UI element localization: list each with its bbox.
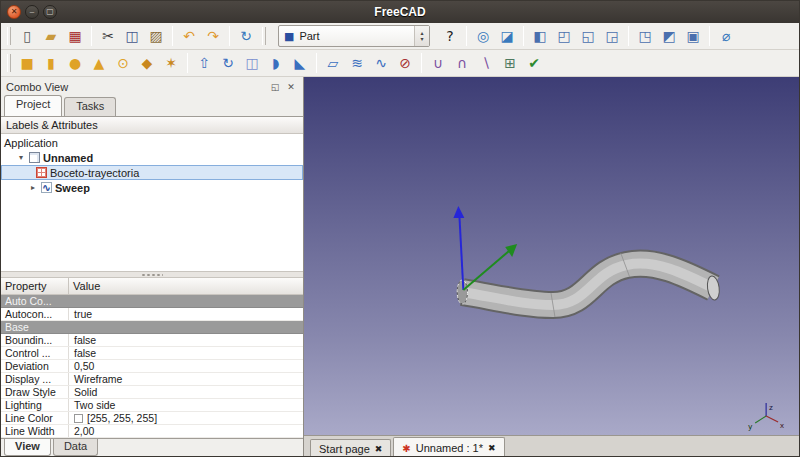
boolean-cut-button[interactable]: ∖: [474, 51, 498, 75]
boolean-union-button[interactable]: ∪: [426, 51, 450, 75]
property-row[interactable]: Control ...false: [1, 347, 303, 360]
part-box-button[interactable]: ■: [15, 51, 39, 75]
property-value[interactable]: false: [69, 347, 303, 359]
document-tab[interactable]: Start page✖: [310, 439, 391, 457]
property-row[interactable]: Draw StyleSolid: [1, 386, 303, 399]
ruled-surface-button[interactable]: ▱: [321, 51, 345, 75]
property-row[interactable]: Display ...Wireframe: [1, 373, 303, 386]
part-sphere-icon: ●: [69, 56, 81, 70]
property-row[interactable]: Line Width2,00: [1, 425, 303, 438]
extrude-button[interactable]: ⇧: [192, 51, 216, 75]
measure-distance-button[interactable]: ⌀: [714, 24, 738, 48]
property-value-text: 0,50: [74, 360, 94, 372]
property-row[interactable]: LightingTwo side: [1, 399, 303, 412]
panel-tab-data[interactable]: Data: [53, 439, 98, 456]
property-value[interactable]: false: [69, 334, 303, 346]
part-cone-button[interactable]: ▲: [87, 51, 111, 75]
tab-tasks[interactable]: Tasks: [64, 97, 116, 116]
combo-spinner[interactable]: ▴ ▾: [414, 26, 429, 46]
property-value[interactable]: Solid: [69, 386, 303, 398]
toolbar-drag-handle[interactable]: [7, 54, 11, 72]
property-row[interactable]: Boundin...false: [1, 334, 303, 347]
property-value[interactable]: Two side: [69, 399, 303, 411]
tree-item[interactable]: ▾Unnamed: [1, 150, 303, 165]
open-document-button[interactable]: ▰: [39, 24, 63, 48]
3d-view[interactable]: z y x: [304, 77, 799, 435]
chamfer-button[interactable]: ◣: [288, 51, 312, 75]
revolve-button[interactable]: ↻: [216, 51, 240, 75]
fit-all-icon: ◎: [477, 29, 489, 43]
part-cylinder-button[interactable]: ▮: [39, 51, 63, 75]
property-table-header: Property Value: [1, 278, 303, 295]
paste-button[interactable]: ▨: [144, 24, 168, 48]
float-panel-icon[interactable]: ◱: [268, 80, 282, 94]
part-sphere-button[interactable]: ●: [63, 51, 87, 75]
document-tab[interactable]: ✱Unnamed : 1*✖: [393, 437, 504, 457]
toolbar-drag-handle[interactable]: [262, 27, 266, 45]
view-bottom-button[interactable]: ◩: [657, 24, 681, 48]
property-row[interactable]: Autocon...true: [1, 308, 303, 321]
property-value[interactable]: Wireframe: [69, 373, 303, 385]
close-tab-icon[interactable]: ✖: [488, 443, 496, 453]
view-isometric-icon: ◧: [533, 29, 546, 43]
property-value[interactable]: true: [69, 308, 303, 320]
compound-button[interactable]: ⊞: [498, 51, 522, 75]
close-tab-icon[interactable]: ✖: [375, 444, 383, 454]
cut-button[interactable]: ✂: [96, 24, 120, 48]
tree-item[interactable]: Application: [1, 135, 303, 150]
save-document-button[interactable]: ▦: [63, 24, 87, 48]
property-group-row[interactable]: Base: [1, 321, 303, 334]
toolbar-separator: [187, 53, 188, 73]
view-right-button[interactable]: ◲: [600, 24, 624, 48]
property-value[interactable]: 2,00: [69, 425, 303, 437]
part-torus-button[interactable]: ⊙: [111, 51, 135, 75]
3d-scene[interactable]: z y x: [304, 77, 799, 435]
check-geometry-button[interactable]: ✔: [522, 51, 546, 75]
sweep-button[interactable]: ∿: [369, 51, 393, 75]
property-value[interactable]: [255, 255, 255]: [69, 412, 303, 424]
view-left-button[interactable]: ▣: [681, 24, 705, 48]
create-primitives-button[interactable]: ◆: [135, 51, 159, 75]
maximize-button[interactable]: ▢: [43, 5, 57, 19]
fillet-icon: ◗: [272, 56, 279, 70]
close-button[interactable]: ✕: [7, 5, 21, 19]
property-value[interactable]: 0,50: [69, 360, 303, 372]
property-name: Boundin...: [1, 334, 69, 346]
close-panel-icon[interactable]: ✕: [284, 80, 298, 94]
tree-item[interactable]: Boceto-trayectoria: [1, 165, 303, 180]
section-button[interactable]: ⊘: [393, 51, 417, 75]
workbench-selector-value: Part: [299, 30, 319, 42]
property-row[interactable]: Deviation0,50: [1, 360, 303, 373]
redo-button[interactable]: ↷: [201, 24, 225, 48]
loft-button[interactable]: ≋: [345, 51, 369, 75]
tab-project[interactable]: Project: [4, 95, 62, 116]
draw-style-button[interactable]: ◪: [495, 24, 519, 48]
view-rear-button[interactable]: ◳: [633, 24, 657, 48]
undo-button[interactable]: ↶: [177, 24, 201, 48]
property-group-row[interactable]: Auto Co...: [1, 295, 303, 308]
view-front-button[interactable]: ◰: [552, 24, 576, 48]
expander-icon[interactable]: ▾: [16, 153, 26, 162]
color-swatch: [74, 414, 83, 423]
property-row[interactable]: Line Color[255, 255, 255]: [1, 412, 303, 425]
new-document-button[interactable]: ▯: [15, 24, 39, 48]
fillet-button[interactable]: ◗: [264, 51, 288, 75]
whats-this-button[interactable]: ?: [438, 24, 462, 48]
panel-tab-view[interactable]: View: [4, 439, 51, 456]
fit-all-button[interactable]: ◎: [471, 24, 495, 48]
boolean-common-button[interactable]: ∩: [450, 51, 474, 75]
workbench-selector[interactable]: ■ Part ▴ ▾: [278, 25, 430, 47]
view-top-button[interactable]: ◱: [576, 24, 600, 48]
tree-item[interactable]: ▸∿Sweep: [1, 180, 303, 195]
view-front-icon: ◰: [557, 29, 570, 43]
toolbar-drag-handle[interactable]: [7, 27, 11, 45]
mirror-button[interactable]: ◫: [240, 51, 264, 75]
expander-icon[interactable]: ▸: [28, 183, 38, 192]
copy-button[interactable]: ◫: [120, 24, 144, 48]
minimize-button[interactable]: –: [25, 5, 39, 19]
view-isometric-button[interactable]: ◧: [528, 24, 552, 48]
refresh-button[interactable]: ↻: [234, 24, 258, 48]
shape-builder-button[interactable]: ✶: [159, 51, 183, 75]
panel-splitter[interactable]: [1, 271, 303, 278]
tree-item-label: Boceto-trayectoria: [50, 167, 139, 179]
